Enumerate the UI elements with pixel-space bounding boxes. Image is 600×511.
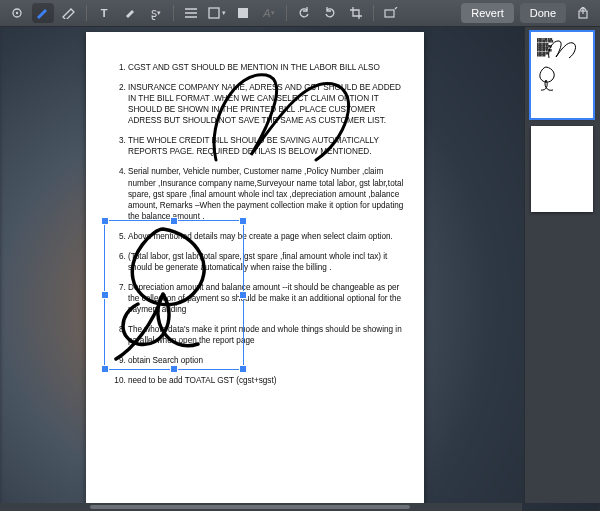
resize-handle-e[interactable] bbox=[239, 291, 247, 299]
tool-pen-icon[interactable] bbox=[32, 3, 54, 23]
tool-stroke-color-icon[interactable]: ▾ bbox=[206, 3, 228, 23]
tool-font-icon[interactable]: A▾ bbox=[258, 3, 280, 23]
done-button[interactable]: Done bbox=[520, 3, 566, 23]
svg-rect-3 bbox=[238, 8, 248, 18]
list-item: INSURANCE COMPANY NAME, ADRESS AND GST S… bbox=[128, 82, 404, 126]
canvas-stage[interactable]: CGST AND GST SHOULD BE MENTION IN THE LA… bbox=[0, 26, 522, 503]
list-item: need to be add TOATAL GST (cgst+sgst) bbox=[128, 375, 404, 386]
document-page: CGST AND GST SHOULD BE MENTION IN THE LA… bbox=[86, 32, 424, 503]
markup-toolbar: T ʂ▾ ▾ A▾ Revert Done bbox=[0, 0, 600, 27]
tool-highlight-icon[interactable] bbox=[119, 3, 141, 23]
tool-crop-icon[interactable] bbox=[345, 3, 367, 23]
tool-fill-color-icon[interactable] bbox=[232, 3, 254, 23]
thumbnail-page-1[interactable]: ████ ███ ██████████ ██████████████████ █… bbox=[531, 32, 593, 118]
resize-handle-sw[interactable] bbox=[101, 365, 109, 373]
tool-rotate-right-icon[interactable] bbox=[319, 3, 341, 23]
resize-handle-ne[interactable] bbox=[239, 217, 247, 225]
thumbnail-page-2[interactable] bbox=[531, 126, 593, 212]
tool-list-icon[interactable] bbox=[180, 3, 202, 23]
list-item: CGST AND GST SHOULD BE MENTION IN THE LA… bbox=[128, 62, 404, 73]
tool-sign-icon[interactable]: ʂ▾ bbox=[145, 3, 167, 23]
list-item: Serial number, Vehicle number, Customer … bbox=[128, 166, 404, 221]
svg-point-1 bbox=[16, 12, 18, 14]
tool-marker-icon[interactable] bbox=[58, 3, 80, 23]
resize-handle-n[interactable] bbox=[170, 217, 178, 225]
resize-handle-nw[interactable] bbox=[101, 217, 109, 225]
share-icon[interactable] bbox=[572, 3, 594, 23]
resize-handle-w[interactable] bbox=[101, 291, 109, 299]
list-item: THE WHOLE CREDIT BILL SHOULD BE SAVING A… bbox=[128, 135, 404, 157]
thumbnail-panel: ████ ███ ██████████ ██████████████████ █… bbox=[524, 26, 600, 503]
tool-text-icon[interactable]: T bbox=[93, 3, 115, 23]
revert-button[interactable]: Revert bbox=[461, 3, 513, 23]
horizontal-scrollbar[interactable] bbox=[0, 503, 522, 511]
tool-unknown-icon[interactable] bbox=[6, 3, 28, 23]
svg-rect-2 bbox=[209, 8, 219, 18]
svg-rect-4 bbox=[385, 10, 394, 17]
selection-box[interactable] bbox=[104, 220, 244, 370]
tool-rotate-left-icon[interactable] bbox=[293, 3, 315, 23]
resize-handle-s[interactable] bbox=[170, 365, 178, 373]
resize-handle-se[interactable] bbox=[239, 365, 247, 373]
tool-annotate-icon[interactable] bbox=[380, 3, 402, 23]
